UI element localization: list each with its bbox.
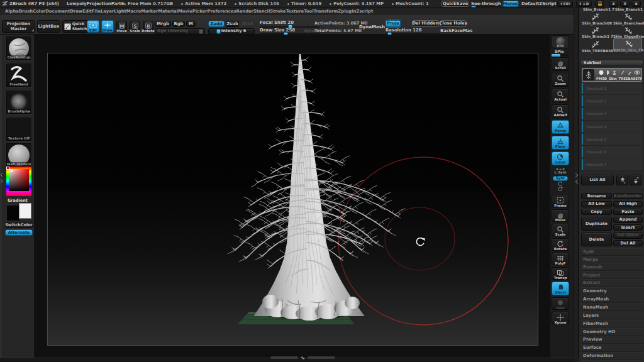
- rgb-intensity-slider[interactable]: Rgb Intensity: [155, 28, 205, 35]
- subtool-item-unused[interactable]: Unused 2: [582, 95, 642, 107]
- menu-item-transform[interactable]: Transform: [314, 9, 338, 14]
- tool-item[interactable]: Skin_Branch08: [582, 12, 611, 21]
- menu-item-document[interactable]: Document: [45, 9, 70, 14]
- rename-button[interactable]: Rename: [581, 193, 612, 199]
- aahalf-button[interactable]: AAHalf: [552, 104, 569, 118]
- transp-button[interactable]: Transp: [552, 267, 569, 280]
- menus-button[interactable]: Menus: [502, 1, 519, 7]
- lock-button[interactable]: [595, 1, 604, 7]
- rotate-button[interactable]: Rotate: [552, 238, 569, 251]
- sculpt-scene[interactable]: [48, 53, 538, 345]
- duplicate-button[interactable]: Duplicate: [581, 217, 612, 231]
- menu-item-preferences[interactable]: Preferences: [207, 9, 236, 14]
- append-button[interactable]: Append: [613, 217, 643, 223]
- list-all-button[interactable]: List All: [581, 175, 614, 185]
- subtool-item-unused[interactable]: Unused 4: [582, 121, 642, 133]
- tree-model[interactable]: [228, 54, 405, 321]
- subtool-item-unused[interactable]: Unused 6: [582, 146, 642, 158]
- close-holes-button[interactable]: Close Holes: [440, 20, 466, 27]
- section-layers[interactable]: Layers: [580, 312, 643, 320]
- rgb-intensity-handle[interactable]: [199, 29, 203, 34]
- menu-item-movie[interactable]: Movie: [178, 9, 192, 14]
- section-nanomesh[interactable]: NanoMesh: [580, 304, 643, 312]
- backface-mask-button[interactable]: BackFaceMas: [440, 29, 472, 33]
- section-remesh[interactable]: Remesh: [580, 263, 643, 271]
- m-button[interactable]: M: [186, 21, 196, 27]
- brush-nav-buttons[interactable]: [576, 1, 592, 7]
- section-arraymesh[interactable]: ArrayMesh: [580, 295, 643, 304]
- menu-item-material[interactable]: Material: [158, 9, 178, 14]
- tool-item[interactable]: Skin_GiggaBrand: [613, 26, 642, 35]
- menu-item-render[interactable]: Render: [236, 9, 253, 14]
- section-merge[interactable]: Merge: [580, 256, 643, 263]
- local-button[interactable]: Local: [552, 151, 569, 165]
- scale-button[interactable]: SScale: [130, 21, 140, 32]
- menu-item-stencil[interactable]: Stencil: [253, 9, 270, 14]
- switch-color-button[interactable]: SwitchColor: [5, 222, 33, 228]
- left-divider-arrows[interactable]: [0, 172, 3, 184]
- subtool-header[interactable]: SubTool: [580, 60, 643, 65]
- section-geometry[interactable]: Geometry: [580, 287, 643, 295]
- move-button[interactable]: Move: [552, 209, 569, 222]
- tool-item[interactable]: Skin_BranchesM: [613, 12, 642, 21]
- z-intensity-handle[interactable]: [216, 29, 221, 34]
- minimize-button[interactable]: z: [609, 1, 618, 7]
- subtool-item-unused[interactable]: Unused 1: [582, 82, 642, 95]
- menu-item-light[interactable]: Light: [114, 9, 126, 14]
- mrgb-button[interactable]: Mrgb: [155, 21, 171, 27]
- insert-button[interactable]: Insert: [613, 224, 643, 231]
- copy-button[interactable]: Copy: [581, 209, 612, 215]
- paste-button[interactable]: Paste: [613, 209, 643, 215]
- zsub-button[interactable]: Zsub: [226, 21, 239, 27]
- zcut-button[interactable]: Zcut: [242, 22, 253, 26]
- section-extract[interactable]: Extract: [580, 279, 643, 287]
- menu-item-alpha[interactable]: Alpha: [5, 9, 19, 14]
- bottom-handle-right[interactable]: [308, 356, 335, 359]
- spix-slider[interactable]: [552, 54, 569, 57]
- pivot-icon[interactable]: [556, 182, 565, 186]
- draw-button[interactable]: Draw: [101, 20, 114, 33]
- menu-item-edit[interactable]: Edit: [82, 9, 92, 14]
- subtool-up-button[interactable]: [616, 175, 628, 185]
- bottom-divider-arrows[interactable]: [299, 356, 307, 359]
- subtool-down-button[interactable]: [630, 175, 641, 185]
- actual-button[interactable]: Actual: [552, 89, 569, 102]
- menu-item-draw[interactable]: Draw: [70, 9, 82, 14]
- default-zscript-button[interactable]: DefaultZScript: [521, 2, 557, 6]
- subtool-item-unused[interactable]: Unused 5: [582, 133, 642, 146]
- stroke-thumbnail[interactable]: FreeHand: [6, 63, 31, 87]
- menu-item-macro[interactable]: Macro: [126, 9, 141, 14]
- draw-size-slider[interactable]: Draw Size 258: [260, 28, 295, 33]
- lsym-button[interactable]: ∗+∗L.Sym: [552, 167, 569, 175]
- orbit-icon[interactable]: [556, 187, 565, 191]
- menu-item-layer[interactable]: Layer: [101, 9, 114, 14]
- section-fibermesh[interactable]: FiberMesh: [580, 320, 643, 328]
- zoom-button[interactable]: Zoom: [552, 73, 569, 87]
- move-button[interactable]: MMove: [116, 21, 127, 32]
- del-hidden-button[interactable]: Del Hidden: [412, 20, 439, 27]
- texture-thumbnail[interactable]: Texture Off: [6, 118, 31, 141]
- del-other-button[interactable]: Del Other: [613, 233, 643, 239]
- proje-button[interactable]: Proje: [386, 20, 401, 27]
- delete-button[interactable]: Delete: [581, 233, 612, 247]
- menu-item-texture[interactable]: Texture: [286, 9, 304, 14]
- menu-item-zplugin[interactable]: Zplugin: [338, 9, 356, 14]
- menu-item-picker[interactable]: Picker: [192, 9, 208, 14]
- brush-thumbnail[interactable]: ClayBuildup: [6, 36, 31, 60]
- xpose-button[interactable]: Xpose: [552, 312, 569, 324]
- zadd-button[interactable]: Zadd: [208, 21, 225, 27]
- subtool-item-active[interactable]: PM3D_Skin_TREEBASETRONK: [582, 68, 642, 82]
- section-preview[interactable]: Preview: [580, 336, 643, 344]
- scroll-button[interactable]: Scroll: [552, 57, 569, 71]
- ghost-button[interactable]: Ghost: [552, 282, 569, 295]
- solo-button[interactable]: Solo: [552, 297, 569, 310]
- subtool-item-unused[interactable]: Unused 7: [582, 158, 642, 171]
- secondary-color-swatch[interactable]: [19, 203, 31, 219]
- section-deformation[interactable]: Deformation: [580, 352, 643, 360]
- rgb-button[interactable]: Rgb: [172, 21, 185, 27]
- quicksave-button[interactable]: QuickSave: [441, 1, 469, 7]
- scale-button[interactable]: Scale: [552, 224, 569, 236]
- menu-item-tool[interactable]: Tool: [304, 9, 313, 14]
- sync-button[interactable]: Sync: [553, 176, 568, 181]
- persp-button[interactable]: Persp: [552, 120, 569, 134]
